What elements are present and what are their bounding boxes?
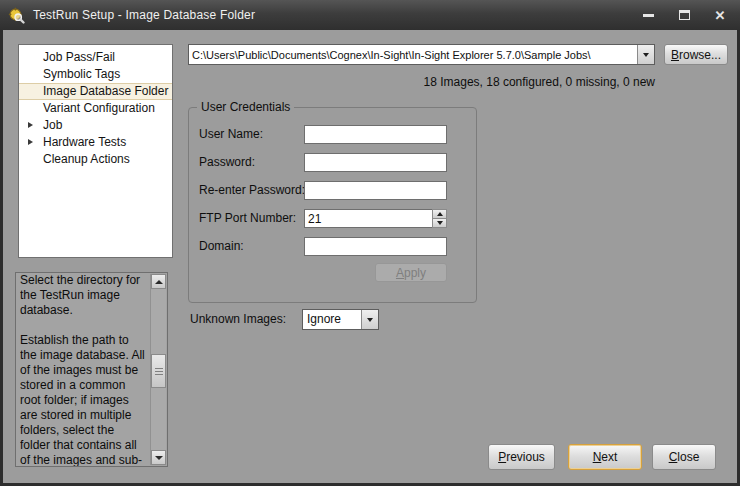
minimize-icon xyxy=(643,14,654,17)
setup-steps-list: Job Pass/Fail Symbolic Tags Image Databa… xyxy=(18,44,173,258)
chevron-down-icon xyxy=(643,53,649,57)
scroll-up-button[interactable] xyxy=(151,274,166,289)
unknown-images-dropdown-button[interactable] xyxy=(361,310,378,329)
testrun-setup-window: TestRun Setup - Image Database Folder ✕ … xyxy=(0,0,740,486)
unknown-images-value: Ignore xyxy=(303,310,361,329)
sidebar-item-cleanup-actions[interactable]: Cleanup Actions xyxy=(19,151,172,168)
minimize-button[interactable] xyxy=(640,7,656,23)
maximize-button[interactable] xyxy=(676,7,692,23)
sidebar-item-image-database-folder[interactable]: Image Database Folder xyxy=(19,83,172,100)
scrollbar-thumb[interactable] xyxy=(151,354,166,388)
next-button[interactable]: Next xyxy=(568,444,642,470)
dialog-content: Job Pass/Fail Symbolic Tags Image Databa… xyxy=(3,30,737,483)
scroll-down-button[interactable] xyxy=(151,450,166,465)
user-name-label: User Name: xyxy=(199,127,263,141)
domain-field[interactable] xyxy=(304,237,447,256)
spinner-down-button[interactable] xyxy=(432,218,447,228)
help-description-panel: Select the directory for the TestRun ima… xyxy=(15,272,168,467)
image-count-status: 18 Images, 18 configured, 0 missing, 0 n… xyxy=(300,75,655,89)
group-title: User Credentials xyxy=(197,100,294,114)
domain-label: Domain: xyxy=(199,239,244,253)
spinner-buttons xyxy=(432,209,447,228)
previous-button[interactable]: Previous xyxy=(488,444,555,470)
apply-button[interactable]: Apply xyxy=(375,263,447,282)
window-controls: ✕ xyxy=(640,0,728,30)
ftp-port-label: FTP Port Number: xyxy=(199,211,296,225)
expand-arrow-icon[interactable] xyxy=(28,122,33,128)
chevron-up-icon xyxy=(437,212,443,216)
maximize-icon xyxy=(679,10,690,20)
arrow-down-icon xyxy=(155,456,163,460)
image-database-path-combo xyxy=(188,44,655,65)
sidebar-item-variant-configuration[interactable]: Variant Configuration xyxy=(19,100,172,117)
close-button[interactable]: ✕ xyxy=(712,7,728,23)
arrow-up-icon xyxy=(155,280,163,284)
sidebar-item-label: Job Pass/Fail xyxy=(43,50,115,64)
expand-arrow-icon[interactable] xyxy=(28,139,33,145)
user-name-field[interactable] xyxy=(304,125,447,144)
ftp-port-field[interactable] xyxy=(304,209,432,228)
password-field[interactable] xyxy=(304,153,447,172)
browse-button[interactable]: Browse... xyxy=(664,44,728,65)
title-bar: TestRun Setup - Image Database Folder ✕ xyxy=(0,0,740,30)
reenter-password-label: Re-enter Password: xyxy=(199,183,305,197)
unknown-images-select[interactable]: Ignore xyxy=(302,309,379,330)
user-credentials-group: User Credentials User Name: Password: Re… xyxy=(188,107,477,303)
thumb-grip-icon xyxy=(155,368,163,375)
reenter-password-field[interactable] xyxy=(304,181,447,200)
sidebar-item-label: Symbolic Tags xyxy=(43,67,120,81)
chevron-down-icon xyxy=(367,318,373,322)
close-icon: ✕ xyxy=(715,9,726,22)
sidebar-item-symbolic-tags[interactable]: Symbolic Tags xyxy=(19,66,172,83)
description-scrollbar[interactable] xyxy=(150,274,166,465)
unknown-images-label: Unknown Images: xyxy=(190,312,286,326)
sidebar-item-job[interactable]: Job xyxy=(19,117,172,134)
image-database-path-input[interactable] xyxy=(189,45,637,64)
password-label: Password: xyxy=(199,155,255,169)
close-dialog-button[interactable]: Close xyxy=(652,444,716,470)
sidebar-item-label: Image Database Folder xyxy=(43,84,168,98)
sidebar-item-job-pass-fail[interactable]: Job Pass/Fail xyxy=(19,49,172,66)
sidebar-item-label: Job xyxy=(43,118,62,132)
app-icon xyxy=(8,7,25,24)
help-description-text: Select the directory for the TestRun ima… xyxy=(20,273,146,466)
window-title: TestRun Setup - Image Database Folder xyxy=(33,8,255,22)
sidebar-item-hardware-tests[interactable]: Hardware Tests xyxy=(19,134,172,151)
sidebar-item-label: Hardware Tests xyxy=(43,135,126,149)
chevron-down-icon xyxy=(437,221,443,225)
ftp-port-spinner xyxy=(304,209,447,228)
sidebar-item-label: Variant Configuration xyxy=(43,101,155,115)
path-dropdown-button[interactable] xyxy=(637,45,654,64)
sidebar-item-label: Cleanup Actions xyxy=(43,152,130,166)
